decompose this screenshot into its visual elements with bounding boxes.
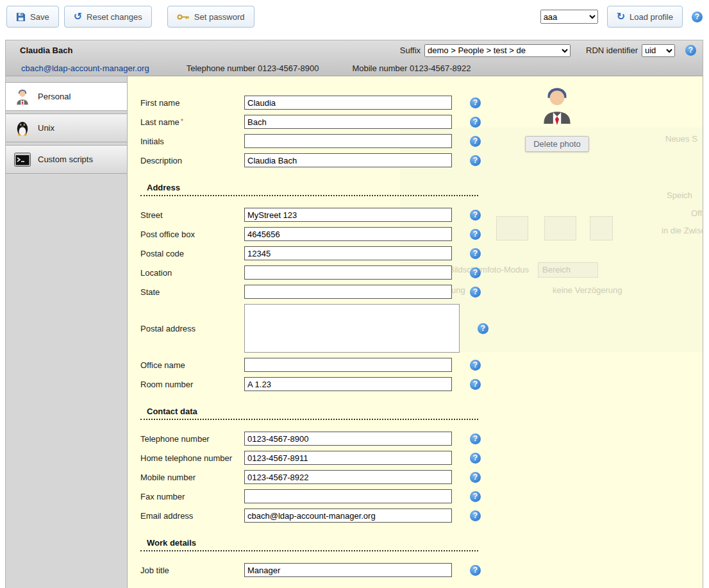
tab-personal[interactable]: Personal <box>6 82 127 111</box>
profile-select[interactable]: aaa <box>540 10 598 24</box>
save-button[interactable]: Save <box>6 6 59 28</box>
account-name: Claudia Bach <box>20 46 72 55</box>
account-frame: Claudia Bach Suffix demo > People > test… <box>5 40 703 588</box>
tab-unix[interactable]: Unix <box>6 113 127 142</box>
street-input[interactable] <box>244 208 452 222</box>
help-icon[interactable]: ? <box>470 136 481 147</box>
help-icon[interactable]: ? <box>470 433 481 444</box>
email-address-input[interactable] <box>244 508 452 523</box>
refresh-icon: ↻ <box>617 12 625 22</box>
help-icon[interactable]: ? <box>692 12 703 22</box>
suffix-label: Suffix <box>400 46 421 55</box>
section-title-work-details: Work details <box>140 538 478 551</box>
help-icon[interactable]: ? <box>470 453 481 464</box>
toolbar-right-group: aaa ↻ Load profile ? <box>540 6 703 28</box>
field-label: Initials <box>140 137 244 146</box>
post-office-box-input[interactable] <box>244 227 452 241</box>
form-row: Description ? <box>140 151 499 170</box>
help-icon[interactable]: ? <box>470 510 481 521</box>
help-icon[interactable]: ? <box>470 267 481 278</box>
form-row: Room number ? <box>140 374 499 394</box>
undo-icon: ↺ <box>74 12 82 22</box>
form-row: Email address ? <box>140 506 499 525</box>
field-label: Description <box>140 156 244 165</box>
field-label: Location <box>140 268 244 278</box>
ghost-box <box>590 216 613 240</box>
initials-input[interactable] <box>244 134 452 148</box>
form-row: First name ? <box>140 93 499 112</box>
tab-custom-scripts-label: Custom scripts <box>38 155 93 164</box>
suffix-select[interactable]: demo > People > test > de <box>424 44 571 57</box>
set-password-label: Set password <box>194 12 245 22</box>
field-label: Home telephone number <box>140 453 244 463</box>
fax-number-input[interactable] <box>244 489 452 503</box>
help-icon[interactable]: ? <box>685 45 696 56</box>
required-marker: * <box>181 117 183 125</box>
form-row: Postal address ? <box>140 301 499 355</box>
reset-changes-button[interactable]: ↺ Reset changes <box>64 6 152 28</box>
help-icon[interactable]: ? <box>470 472 481 483</box>
reset-changes-label: Reset changes <box>87 12 142 22</box>
ghost-box <box>496 216 528 240</box>
field-label: Room number <box>140 380 244 389</box>
field-label: Mobile number <box>140 473 244 482</box>
last-name-input[interactable] <box>244 115 452 129</box>
delete-photo-button[interactable]: Delete photo <box>525 136 589 152</box>
account-body: Personal Unix Custom scripts <box>6 76 703 588</box>
section-title-address: Address <box>140 183 478 196</box>
user-photo <box>541 85 573 127</box>
help-icon[interactable]: ? <box>470 360 481 371</box>
form-row: Job title ? <box>140 560 499 580</box>
account-email-link[interactable]: cbach@ldap-account-manager.org <box>21 63 149 73</box>
account-header: Claudia Bach Suffix demo > People > test… <box>6 40 703 76</box>
form-row: Last name* ? <box>140 112 499 131</box>
ghost-text: keine Verzögerung <box>553 285 622 295</box>
postal-address-textarea[interactable] <box>244 304 460 353</box>
toolbar: Save ↺ Reset changes Set password aaa ↻ … <box>0 0 709 33</box>
office-name-input[interactable] <box>244 358 452 372</box>
help-icon[interactable]: ? <box>470 210 481 221</box>
description-input[interactable] <box>244 153 452 167</box>
ghost-box <box>538 262 598 278</box>
form-row: Office name ? <box>140 355 499 374</box>
field-label: Post office box <box>140 230 244 239</box>
field-label: Postal address <box>140 324 244 333</box>
help-icon[interactable]: ? <box>470 155 481 166</box>
field-label: Fax number <box>140 492 244 501</box>
state-input[interactable] <box>244 285 452 299</box>
help-icon[interactable]: ? <box>470 491 481 502</box>
form-row: Fax number ? <box>140 487 499 506</box>
location-input[interactable] <box>244 265 452 280</box>
help-icon[interactable]: ? <box>470 229 481 240</box>
form-row: Home telephone number ? <box>140 448 499 467</box>
help-icon[interactable]: ? <box>470 565 481 576</box>
postal-code-input[interactable] <box>244 246 452 260</box>
save-label: Save <box>30 12 49 22</box>
help-icon[interactable]: ? <box>470 117 481 128</box>
room-number-input[interactable] <box>244 377 452 391</box>
tab-custom-scripts[interactable]: Custom scripts <box>6 145 127 174</box>
ghost-text: Bereich <box>542 265 571 274</box>
form-row: State ? <box>140 282 499 301</box>
set-password-button[interactable]: Set password <box>167 6 254 28</box>
help-icon[interactable]: ? <box>470 97 481 108</box>
job-title-input[interactable] <box>244 563 452 577</box>
ghost-text: Neues S <box>665 134 697 144</box>
help-icon[interactable]: ? <box>478 323 488 334</box>
first-name-input[interactable] <box>244 96 452 110</box>
field-label: Job title <box>140 566 244 575</box>
help-icon[interactable]: ? <box>470 379 481 390</box>
telephone-number-input[interactable] <box>244 432 452 446</box>
field-label: Street <box>140 210 244 220</box>
tab-unix-label: Unix <box>38 123 54 133</box>
home-telephone-input[interactable] <box>244 451 452 465</box>
load-profile-button[interactable]: ↻ Load profile <box>607 6 683 28</box>
rdn-identifier-select[interactable]: uid <box>642 44 675 57</box>
field-label: Last name* <box>140 117 244 127</box>
ghost-text: Speich <box>667 190 692 200</box>
field-label: State <box>140 287 244 297</box>
help-icon[interactable]: ? <box>470 248 481 259</box>
help-icon[interactable]: ? <box>470 287 481 298</box>
tab-personal-label: Personal <box>38 92 71 101</box>
mobile-number-input[interactable] <box>244 470 452 484</box>
